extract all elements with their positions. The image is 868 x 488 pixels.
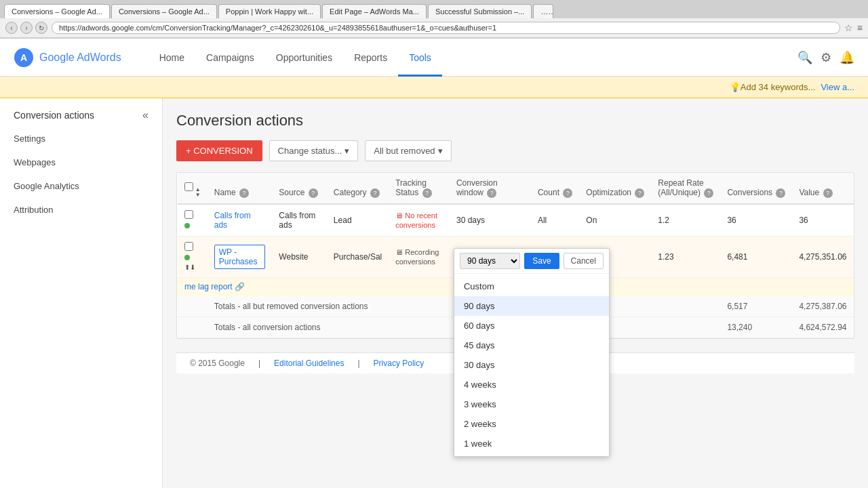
row2-tracking-text: 🖥 Recording conversions (395, 248, 439, 266)
filter-arrow-icon: ▾ (438, 146, 443, 156)
browser-chrome: Conversions – Google Ad... Conversions –… (0, 0, 868, 39)
conv-window-select[interactable]: 90 days (460, 253, 520, 269)
browser-tab-overflow[interactable]: … (533, 4, 553, 18)
row2-checkbox-cell: ⬆⬇ (178, 237, 208, 278)
row1-conversions-cell: 36 (720, 204, 792, 237)
sidebar-item-webpages[interactable]: Webpages (0, 150, 162, 174)
row2-sort-arrows: ⬆⬇ (184, 264, 195, 271)
dropdown-option-custom[interactable]: Custom (454, 277, 609, 296)
header-actions: 🔍 ⚙ 🔔 (797, 50, 854, 65)
browser-tab-1[interactable]: Conversions – Google Ad... (4, 4, 110, 18)
footer-editorial-link[interactable]: Editorial Guidelines (274, 359, 344, 368)
dropdown-option-30days[interactable]: 30 days (454, 355, 609, 375)
row2-source-cell: Website (272, 237, 327, 278)
star-icon[interactable]: ☆ (844, 22, 853, 33)
value-help-icon[interactable]: ? (823, 188, 833, 198)
dropdown-option-90days[interactable]: 90 days (454, 296, 609, 316)
conversions-help-icon[interactable]: ? (776, 188, 785, 198)
dropdown-option-4weeks[interactable]: 4 weeks (454, 375, 609, 394)
row1-value-text: 36 (799, 216, 808, 225)
keyword-banner-link[interactable]: View a... (821, 82, 854, 92)
conv-window-dropdown: 90 days Save Cancel Custom 90 days (454, 248, 610, 457)
filter-button[interactable]: All but removed ▾ (365, 140, 451, 161)
dropdown-option-3weeks[interactable]: 3 weeks (454, 394, 609, 414)
browser-address-bar-row: ‹ › ↻ https://adwords.google.com/cm/Conv… (0, 18, 868, 38)
browser-icons: ☆ ≡ (844, 22, 863, 33)
add-conversion-button[interactable]: + CONVERSION (176, 140, 262, 161)
logo-text: Google AdWords (39, 52, 121, 64)
col-header-name: Name ? (208, 173, 273, 204)
row2-checkbox[interactable] (184, 242, 193, 251)
row1-source-text: Calls from ads (279, 211, 315, 230)
sidebar-item-attribution[interactable]: Attribution (0, 198, 162, 222)
count-help-icon[interactable]: ? (563, 188, 572, 198)
nav-home[interactable]: Home (149, 39, 195, 77)
change-status-button[interactable]: Change status... ▾ (269, 140, 359, 161)
sort-icons: ▲▼ (195, 187, 201, 198)
opt-help-icon[interactable]: ? (635, 188, 644, 198)
row1-status-dot (184, 223, 190, 228)
nav-opportunities[interactable]: Opportunities (265, 39, 343, 77)
tracking-help-icon[interactable]: ? (422, 188, 432, 198)
row1-category-text: Lead (334, 216, 352, 225)
dropdown-option-45days[interactable]: 45 days (454, 336, 609, 355)
category-help-icon[interactable]: ? (370, 188, 380, 198)
row1-category-cell: Lead (327, 204, 389, 237)
row2-repeat-cell: 1.23 (651, 237, 720, 278)
footer-privacy-link[interactable]: Privacy Policy (374, 359, 425, 368)
change-status-label: Change status... (278, 146, 342, 156)
dropdown-option-1week[interactable]: 1 week (454, 434, 609, 453)
row1-name-link[interactable]: Calls from ads (214, 211, 251, 230)
browser-tab-5[interactable]: Successful Submission –... (428, 4, 532, 18)
back-button[interactable]: ‹ (5, 22, 18, 34)
nav-campaigns[interactable]: Campaigns (195, 39, 265, 77)
conv-window-help-icon[interactable]: ? (487, 188, 496, 198)
dropdown-option-60days[interactable]: 60 days (454, 316, 609, 336)
notification-icon[interactable]: 🔔 (840, 50, 854, 65)
name-help-icon[interactable]: ? (239, 188, 249, 198)
totals-removed-value: 4,275,387.06 (799, 302, 846, 311)
totals-removed-checkbox-cell (178, 296, 208, 317)
refresh-button[interactable]: ↻ (35, 22, 47, 34)
row2-conv-window-cell: 90 days Save Cancel Custom 90 days (450, 237, 531, 278)
save-button[interactable]: Save (524, 253, 559, 269)
row1-checkbox[interactable] (184, 210, 193, 219)
browser-tab-4[interactable]: Edit Page – AdWords Ma... (322, 4, 427, 18)
header-checkbox-cell: ▲▼ (178, 173, 208, 204)
dropdown-option-2weeks[interactable]: 2 weeks (454, 414, 609, 434)
row1-tracking-text: 🖥 No recent conversions (395, 211, 437, 229)
app-logo: A Google AdWords (14, 47, 121, 68)
source-help-icon[interactable]: ? (309, 188, 318, 198)
nav-reports[interactable]: Reports (343, 39, 398, 77)
sidebar-item-google-analytics[interactable]: Google Analytics (0, 174, 162, 198)
col-header-repeat-rate: Repeat Rate(All/Unique) ? (651, 173, 720, 204)
sidebar-title-text: Conversion actions (14, 110, 94, 121)
address-input[interactable]: https://adwords.google.com/cm/Conversion… (52, 22, 840, 34)
dropdown-header: 90 days Save Cancel (454, 249, 609, 274)
col-header-count: Count ? (531, 173, 579, 204)
search-icon[interactable]: 🔍 (797, 50, 812, 65)
footer-copyright: © 2015 Google (190, 359, 245, 368)
add-conversion-label: + CONVERSION (186, 146, 253, 156)
sidebar-item-settings[interactable]: Settings (0, 127, 162, 150)
row1-name-cell: Calls from ads (208, 204, 273, 237)
browser-tab-2[interactable]: Conversions – Google Ad... (111, 4, 217, 18)
browser-tab-3[interactable]: Poppin | Work Happy wit... (218, 4, 321, 18)
row1-repeat-cell: 1.2 (651, 204, 720, 237)
select-all-checkbox[interactable] (184, 182, 193, 191)
settings-icon[interactable]: ⚙ (821, 50, 831, 65)
cancel-button[interactable]: Cancel (564, 253, 604, 269)
sidebar-settings-label: Settings (14, 134, 45, 144)
menu-icon[interactable]: ≡ (857, 22, 863, 33)
main-layout: Conversion actions « Settings Webpages G… (0, 98, 868, 488)
forward-button[interactable]: › (20, 22, 33, 34)
row2-name-link[interactable]: WP - Purchases (219, 247, 258, 266)
keyword-banner-icon: 💡 (730, 82, 741, 92)
sidebar-collapse-button[interactable]: « (142, 109, 149, 121)
repeat-help-icon[interactable]: ? (704, 188, 713, 198)
keyword-banner: 💡 Add 34 keywords... View a... (0, 77, 868, 98)
nav-tools[interactable]: Tools (398, 39, 442, 77)
totals-removed-conversions: 6,517 (727, 302, 747, 311)
page-title: Conversion actions (176, 112, 854, 129)
time-lag-link[interactable]: me lag report 🔗 (184, 282, 245, 291)
